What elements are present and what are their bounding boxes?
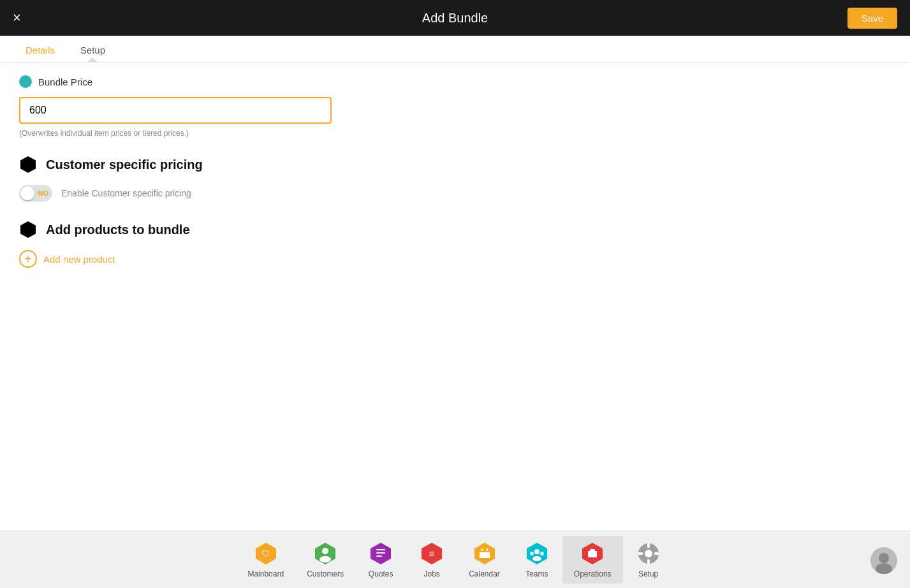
svg-point-6 [319,556,331,562]
bundle-price-input[interactable] [19,97,332,124]
svg-text:🛡: 🛡 [261,548,270,559]
add-product-row[interactable]: + Add new product [19,250,891,268]
tab-setup[interactable]: Setup [68,36,118,62]
svg-rect-9 [376,552,385,554]
operations-icon [580,541,605,566]
nav-label-mainboard: Mainboard [247,570,284,578]
price-input-hint: (Overwrites individual item prices or ti… [19,129,891,138]
add-product-label: Add new product [43,254,115,265]
bundle-price-radio[interactable] [19,75,32,88]
customer-pricing-toggle[interactable]: NO [19,185,52,202]
svg-rect-15 [480,550,490,552]
nav-label-quotes: Quotes [369,570,393,578]
customer-pricing-toggle-row: NO Enable Customer specific pricing [19,185,891,202]
nav-item-mainboard[interactable]: 🛡 Mainboard [236,536,295,584]
tab-bar: Details Setup [0,36,910,62]
nav-label-customers: Customers [307,570,344,578]
customers-icon [312,541,338,566]
add-products-icon [19,221,37,239]
user-avatar[interactable] [870,547,897,574]
svg-point-27 [645,550,652,557]
nav-item-quotes[interactable]: Quotes [355,536,406,584]
add-product-circle-icon: + [19,250,37,268]
quotes-icon [368,541,393,566]
svg-rect-28 [647,543,650,548]
svg-text:≡: ≡ [429,548,434,559]
svg-point-5 [322,548,328,554]
nav-label-teams: Teams [525,570,548,578]
nav-item-operations[interactable]: Operations [562,536,623,584]
nav-item-setup[interactable]: Setup [623,536,674,584]
setup-icon [636,541,661,566]
svg-rect-24 [588,551,597,557]
customer-pricing-icon [19,156,37,173]
bundle-price-label-row: Bundle Price [19,75,891,88]
add-products-heading-row: Add products to bundle [19,221,891,239]
customer-pricing-heading-row: Customer specific pricing [19,156,891,173]
main-content: Bundle Price (Overwrites individual item… [0,62,910,531]
svg-point-33 [879,553,889,563]
nav-item-customers[interactable]: Customers [295,536,355,584]
svg-marker-1 [20,221,36,238]
toggle-no-label: NO [38,189,49,197]
customer-pricing-heading: Customer specific pricing [46,158,203,172]
svg-rect-29 [647,559,650,564]
jobs-icon: ≡ [419,541,444,566]
toggle-knob [20,186,34,200]
svg-marker-0 [20,156,36,173]
header: × Add Bundle Save [0,0,910,36]
nav-label-operations: Operations [574,570,612,578]
bottom-nav: 🛡 Mainboard Customers Quotes ≡ Jobs [0,531,910,588]
tab-details[interactable]: Details [13,36,68,62]
nav-label-calendar: Calendar [469,570,500,578]
svg-point-21 [540,552,544,555]
mainboard-icon: 🛡 [253,541,279,566]
calendar-icon [472,541,497,566]
nav-item-jobs[interactable]: ≡ Jobs [406,536,457,584]
svg-rect-30 [638,552,643,555]
svg-rect-10 [376,555,382,557]
svg-point-22 [532,556,541,561]
nav-label-jobs: Jobs [423,570,439,578]
teams-icon [524,541,550,566]
page-title: Add Bundle [422,11,488,26]
svg-point-19 [534,549,539,554]
toggle-description: Enable Customer specific pricing [61,188,191,198]
nav-label-setup: Setup [638,570,658,578]
close-button[interactable]: × [13,11,21,25]
svg-rect-25 [590,549,595,552]
svg-rect-8 [376,549,385,550]
svg-point-20 [530,552,534,555]
nav-item-teams[interactable]: Teams [511,536,562,584]
add-products-heading: Add products to bundle [46,223,190,237]
save-button[interactable]: Save [848,8,897,29]
bundle-price-label: Bundle Price [38,77,92,87]
svg-rect-31 [654,552,659,555]
nav-item-calendar[interactable]: Calendar [457,536,511,584]
